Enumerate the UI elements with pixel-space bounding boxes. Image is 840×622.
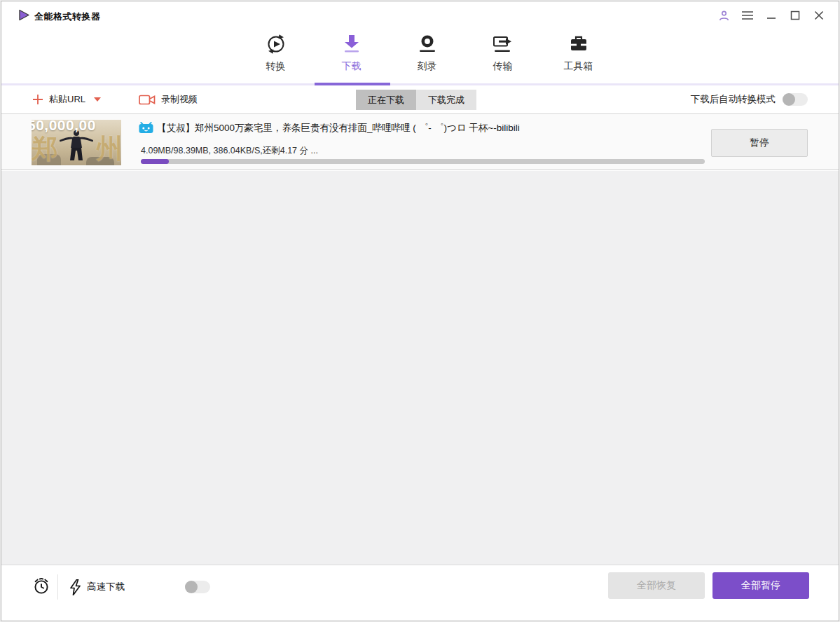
person-silhouette — [58, 130, 95, 160]
pause-all-button[interactable]: 全部暂停 — [712, 572, 809, 599]
high-speed-label: 高速下载 — [87, 581, 125, 593]
toolbox-icon — [568, 29, 589, 59]
download-list-area — [1, 171, 839, 565]
window-controls — [717, 1, 826, 29]
tab-label: 下载 — [342, 60, 362, 73]
high-speed-toggle[interactable] — [185, 581, 210, 593]
tab-downloading[interactable]: 正在下载 — [356, 90, 416, 110]
app-title: 全能格式转换器 — [34, 11, 101, 23]
tab-burn[interactable]: 刻录 — [390, 29, 465, 85]
menu-icon[interactable] — [741, 8, 755, 22]
tab-convert[interactable]: 转换 — [238, 29, 314, 85]
account-icon[interactable] — [717, 8, 731, 22]
download-item-row: 50,000,00 郑 州 【艾叔】郑州5000万豪宅里，养条巨贵有没有排面_哔… — [1, 113, 839, 170]
paste-url-label: 粘贴URL — [49, 93, 85, 106]
transfer-device-icon — [493, 29, 514, 59]
footer-bar: 高速下载 全部恢复 全部暂停 — [1, 565, 839, 621]
download-state-tabs: 正在下载 下载完成 — [356, 90, 476, 110]
minimize-icon[interactable] — [764, 8, 778, 22]
app-logo-icon — [18, 9, 30, 24]
tab-download-complete[interactable]: 下载完成 — [416, 90, 476, 110]
main-nav: 转换 下载 刻录 传输 工具箱 — [1, 29, 839, 85]
download-toolbar: 粘贴URL 录制视频 正在下载 下载完成 下载后自动转换模式 — [1, 85, 839, 113]
chevron-down-icon[interactable] — [94, 97, 101, 102]
lightning-icon — [70, 579, 81, 595]
tab-label: 转换 — [266, 60, 286, 73]
download-arrow-icon — [343, 29, 361, 59]
progress-bar — [141, 159, 705, 164]
tab-label: 刻录 — [418, 60, 437, 73]
footer-divider — [57, 574, 58, 600]
thumbnail-char-left: 郑 — [32, 131, 58, 165]
progress-fill — [141, 159, 169, 164]
tab-toolbox[interactable]: 工具箱 — [541, 29, 617, 85]
plus-icon — [32, 94, 43, 105]
app-window: 全能格式转换器 转换 — [1, 1, 839, 621]
record-video-button[interactable]: 录制视频 — [139, 85, 198, 113]
camcorder-icon — [139, 94, 156, 106]
burn-disc-icon — [418, 29, 437, 59]
convert-refresh-play-icon — [266, 29, 287, 59]
bilibili-icon — [139, 122, 153, 137]
tab-download[interactable]: 下载 — [314, 29, 390, 85]
tab-label: 工具箱 — [564, 60, 593, 73]
high-speed-group: 高速下载 — [70, 565, 125, 609]
record-video-label: 录制视频 — [161, 93, 198, 106]
download-stats: 4.09MB/98.39MB, 386.04KB/S,还剩4.17 分 ... — [141, 145, 318, 157]
close-icon[interactable] — [812, 8, 826, 22]
maximize-icon[interactable] — [788, 8, 802, 22]
auto-convert-label: 下载后自动转换模式 — [691, 93, 776, 106]
paste-url-button[interactable]: 粘贴URL — [32, 85, 101, 113]
pause-button[interactable]: 暂停 — [711, 129, 808, 157]
video-title: 【艾叔】郑州5000万豪宅里，养条巨贵有没有排面_哔哩哔哩 ( ゜- ゜)つロ … — [157, 122, 698, 134]
titlebar: 全能格式转换器 — [1, 1, 839, 29]
auto-convert-toggle[interactable] — [783, 93, 808, 106]
thumbnail-char-right: 州 — [96, 131, 121, 165]
schedule-clock-icon[interactable] — [32, 576, 51, 596]
tab-transfer[interactable]: 传输 — [465, 29, 541, 85]
tab-label: 传输 — [493, 60, 513, 73]
auto-convert-group: 下载后自动转换模式 — [691, 85, 808, 113]
resume-all-button[interactable]: 全部恢复 — [608, 572, 705, 599]
video-thumbnail: 50,000,00 郑 州 — [32, 120, 121, 165]
